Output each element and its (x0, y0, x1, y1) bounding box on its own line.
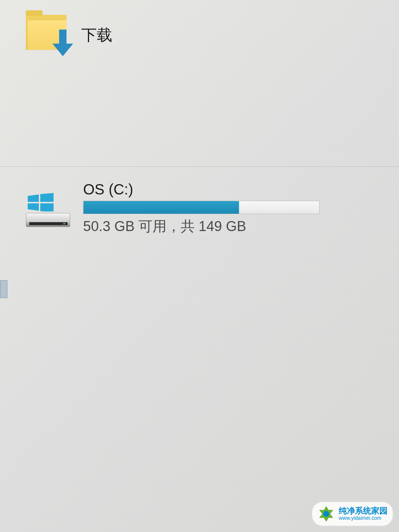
selection-edge (0, 280, 7, 298)
watermark-title: 纯净系统家园 (339, 506, 388, 515)
svg-point-0 (323, 511, 329, 517)
drive-c-icon (26, 190, 70, 227)
downloads-folder[interactable]: 下载 (26, 15, 112, 55)
watermark-url: www.yidaimei.com (339, 515, 388, 521)
drive-usage-fill (83, 201, 239, 214)
drive-stats: 50.3 GB 可用，共 149 GB (83, 217, 384, 236)
download-arrow-icon (52, 30, 74, 57)
watermark-badge-icon (317, 505, 335, 523)
downloads-folder-icon (26, 15, 70, 55)
drive-c[interactable]: OS (C:) 50.3 GB 可用，共 149 GB (26, 181, 384, 236)
watermark: 纯净系统家园 www.yidaimei.com (311, 501, 393, 526)
drive-info: OS (C:) 50.3 GB 可用，共 149 GB (83, 181, 384, 236)
drive-usage-bar (83, 201, 320, 214)
windows-logo-icon (28, 193, 54, 211)
drive-title: OS (C:) (83, 181, 384, 198)
section-divider (0, 166, 399, 167)
downloads-label: 下载 (81, 25, 112, 45)
